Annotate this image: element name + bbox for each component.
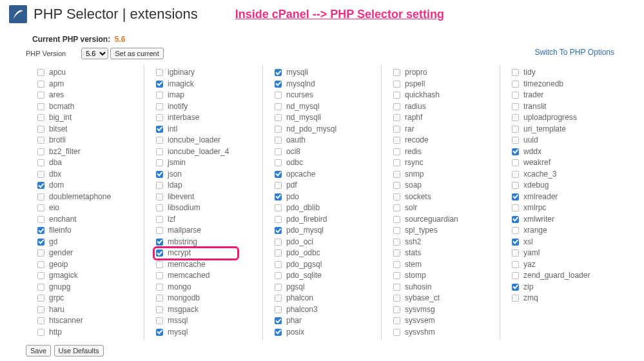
checkbox-mongodb[interactable] bbox=[156, 295, 163, 302]
ext-item-wddx[interactable]: wddx bbox=[512, 146, 610, 158]
checkbox-xdebug[interactable] bbox=[512, 182, 519, 189]
checkbox-gnupg[interactable] bbox=[37, 284, 44, 291]
checkbox-sysvshm[interactable] bbox=[393, 329, 400, 336]
ext-item-sockets[interactable]: sockets bbox=[393, 191, 492, 203]
ext-item-quickhash[interactable]: quickhash bbox=[393, 90, 492, 101]
ext-item-ioncube_loader[interactable]: ioncube_loader bbox=[156, 135, 255, 146]
ext-item-mongodb[interactable]: mongodb bbox=[156, 293, 255, 304]
checkbox-sysvsem[interactable] bbox=[393, 317, 400, 324]
ext-item-xdebug[interactable]: xdebug bbox=[512, 180, 610, 191]
ext-item-igbinary[interactable]: igbinary bbox=[156, 67, 255, 79]
checkbox-zip[interactable] bbox=[512, 284, 519, 291]
checkbox-xsl[interactable] bbox=[512, 239, 519, 246]
checkbox-xmlwriter[interactable] bbox=[512, 216, 519, 223]
checkbox-imap[interactable] bbox=[156, 92, 163, 99]
ext-item-ioncube_loader_4[interactable]: ioncube_loader_4 bbox=[156, 146, 255, 158]
checkbox-libsodium[interactable] bbox=[156, 204, 163, 211]
ext-item-intl[interactable]: intl bbox=[156, 124, 255, 135]
checkbox-spl_types[interactable] bbox=[393, 227, 400, 234]
checkbox-nd_pdo_mysql[interactable] bbox=[275, 126, 282, 133]
ext-item-phalcon3[interactable]: phalcon3 bbox=[275, 304, 373, 316]
ext-item-weakref[interactable]: weakref bbox=[512, 157, 610, 169]
checkbox-rsync[interactable] bbox=[393, 159, 400, 166]
ext-item-solr[interactable]: solr bbox=[393, 202, 492, 214]
ext-item-ldap[interactable]: ldap bbox=[156, 180, 255, 191]
checkbox-json[interactable] bbox=[156, 171, 163, 178]
checkbox-gd[interactable] bbox=[37, 239, 44, 246]
ext-item-stats[interactable]: stats bbox=[393, 248, 492, 259]
ext-item-ssh2[interactable]: ssh2 bbox=[393, 237, 492, 248]
checkbox-jsmin[interactable] bbox=[156, 159, 163, 166]
ext-item-bitset[interactable]: bitset bbox=[37, 124, 136, 135]
ext-item-pdo_oci[interactable]: pdo_oci bbox=[275, 237, 373, 248]
checkbox-pdo_firebird[interactable] bbox=[275, 216, 282, 223]
ext-item-pdo_firebird[interactable]: pdo_firebird bbox=[275, 214, 373, 226]
checkbox-translit[interactable] bbox=[512, 103, 519, 110]
checkbox-memcache[interactable] bbox=[156, 261, 163, 268]
checkbox-pdo_pgsql[interactable] bbox=[275, 261, 282, 268]
checkbox-fileinfo[interactable] bbox=[37, 227, 44, 234]
checkbox-opcache[interactable] bbox=[275, 171, 282, 178]
ext-item-snmp[interactable]: snmp bbox=[393, 169, 492, 180]
checkbox-zmq[interactable] bbox=[512, 295, 519, 302]
ext-item-memcached[interactable]: memcached bbox=[156, 270, 255, 282]
checkbox-soap[interactable] bbox=[393, 182, 400, 189]
checkbox-ssh2[interactable] bbox=[393, 239, 400, 246]
checkbox-uri_template[interactable] bbox=[512, 126, 519, 133]
checkbox-grpc[interactable] bbox=[37, 295, 44, 302]
ext-item-yaml[interactable]: yaml bbox=[512, 248, 610, 259]
checkbox-weakref[interactable] bbox=[512, 159, 519, 166]
checkbox-stats[interactable] bbox=[393, 249, 400, 257]
checkbox-inotify[interactable] bbox=[156, 103, 163, 110]
ext-item-stem[interactable]: stem bbox=[393, 259, 492, 271]
ext-item-xmlwriter[interactable]: xmlwriter bbox=[512, 214, 610, 226]
ext-item-doublemetaphone[interactable]: doublemetaphone bbox=[37, 191, 136, 203]
checkbox-phar[interactable] bbox=[275, 317, 282, 324]
ext-item-gender[interactable]: gender bbox=[37, 248, 136, 259]
checkbox-uploadprogress[interactable] bbox=[512, 114, 519, 121]
checkbox-mbstring[interactable] bbox=[156, 239, 163, 246]
ext-item-uploadprogress[interactable]: uploadprogress bbox=[512, 112, 610, 124]
ext-item-sysvmsg[interactable]: sysvmsg bbox=[393, 304, 492, 316]
ext-item-oci8[interactable]: oci8 bbox=[275, 146, 373, 158]
ext-item-pdo_odbc[interactable]: pdo_odbc bbox=[275, 248, 373, 259]
ext-item-rar[interactable]: rar bbox=[393, 124, 492, 135]
ext-item-soap[interactable]: soap bbox=[393, 180, 492, 191]
checkbox-mysqlnd[interactable] bbox=[275, 81, 282, 88]
checkbox-snmp[interactable] bbox=[393, 171, 400, 178]
ext-item-gnupg[interactable]: gnupg bbox=[37, 282, 136, 293]
ext-item-dom[interactable]: dom bbox=[37, 180, 136, 191]
ext-item-mailparse[interactable]: mailparse bbox=[156, 225, 255, 237]
ext-item-radius[interactable]: radius bbox=[393, 101, 492, 113]
ext-item-zmq[interactable]: zmq bbox=[512, 293, 610, 304]
checkbox-pdo_dblib[interactable] bbox=[275, 204, 282, 211]
checkbox-ares[interactable] bbox=[37, 92, 44, 99]
checkbox-yaml[interactable] bbox=[512, 249, 519, 257]
checkbox-odbc[interactable] bbox=[275, 159, 282, 166]
checkbox-pdo[interactable] bbox=[275, 193, 282, 200]
checkbox-xrange[interactable] bbox=[512, 227, 519, 234]
checkbox-igbinary[interactable] bbox=[156, 69, 163, 76]
checkbox-yaz[interactable] bbox=[512, 261, 519, 268]
ext-item-http[interactable]: http bbox=[37, 327, 136, 338]
ext-item-tidy[interactable]: tidy bbox=[512, 67, 610, 79]
ext-item-pdo_dblib[interactable]: pdo_dblib bbox=[275, 202, 373, 214]
checkbox-gender[interactable] bbox=[37, 249, 44, 257]
ext-item-bz2_filter[interactable]: bz2_filter bbox=[37, 146, 136, 158]
checkbox-pgsql[interactable] bbox=[275, 284, 282, 291]
checkbox-bz2_filter[interactable] bbox=[37, 148, 44, 155]
checkbox-ldap[interactable] bbox=[156, 182, 163, 189]
ext-item-apm[interactable]: apm bbox=[37, 79, 136, 90]
checkbox-dba[interactable] bbox=[37, 159, 44, 166]
ext-item-mysqlnd[interactable]: mysqlnd bbox=[275, 79, 373, 90]
checkbox-doublemetaphone[interactable] bbox=[37, 193, 44, 200]
checkbox-sybase_ct[interactable] bbox=[393, 295, 400, 302]
ext-item-ares[interactable]: ares bbox=[37, 90, 136, 101]
checkbox-mailparse[interactable] bbox=[156, 227, 163, 234]
ext-item-nd_mysqli[interactable]: nd_mysqli bbox=[275, 112, 373, 124]
ext-item-xcache_3[interactable]: xcache_3 bbox=[512, 169, 610, 180]
ext-item-posix[interactable]: posix bbox=[275, 327, 373, 338]
checkbox-dbx[interactable] bbox=[37, 171, 44, 178]
ext-item-mssql[interactable]: mssql bbox=[156, 315, 255, 327]
checkbox-radius[interactable] bbox=[393, 103, 400, 110]
